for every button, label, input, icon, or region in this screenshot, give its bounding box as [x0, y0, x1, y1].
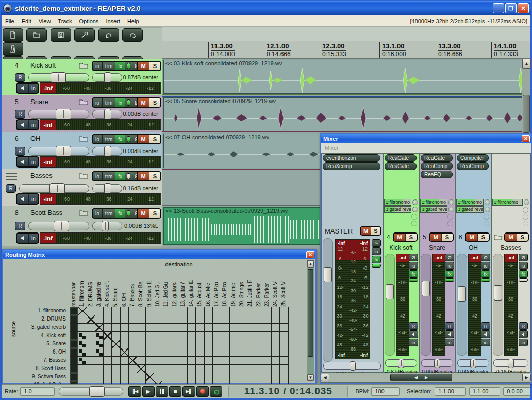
- matrix-cell[interactable]: [70, 307, 78, 315]
- input-button[interactable]: in: [29, 120, 38, 129]
- transport-position-display[interactable]: 11.3.10 / 0:14.035: [228, 386, 348, 397]
- matrix-cell[interactable]: [129, 315, 137, 324]
- matrix-cell[interactable]: [70, 340, 78, 348]
- record-arm-button[interactable]: R: [519, 322, 528, 330]
- matrix-cell[interactable]: [246, 332, 255, 340]
- folder-icon[interactable]: [79, 98, 88, 105]
- record-arm-button[interactable]: R: [15, 110, 25, 119]
- matrix-cell[interactable]: [137, 348, 145, 357]
- fx-slot[interactable]: ReaEQ: [421, 171, 453, 178]
- matrix-cell[interactable]: [280, 340, 288, 348]
- matrix-cell[interactable]: [221, 357, 229, 365]
- matrix-cell[interactable]: [238, 348, 246, 357]
- matrix-cell[interactable]: [221, 315, 229, 324]
- fx-led[interactable]: [519, 278, 528, 282]
- matrix-cell[interactable]: [263, 348, 272, 357]
- matrix-cell[interactable]: [263, 315, 272, 324]
- save-project-icon[interactable]: [51, 28, 71, 42]
- empty-send-knob[interactable]: [411, 221, 417, 226]
- matrix-cell[interactable]: [129, 373, 137, 381]
- matrix-cell[interactable]: [230, 307, 238, 315]
- matrix-cell[interactable]: [179, 315, 188, 324]
- matrix-cell[interactable]: [146, 373, 154, 381]
- solo-button[interactable]: S: [149, 62, 160, 70]
- matrix-cell[interactable]: [221, 365, 229, 373]
- record-arm-button[interactable]: R: [409, 322, 418, 330]
- matrix-cell[interactable]: [179, 324, 188, 332]
- fx-led[interactable]: [127, 63, 130, 69]
- matrix-cell[interactable]: [196, 307, 204, 315]
- matrix-cell[interactable]: [78, 332, 87, 340]
- mixer-menu[interactable]: Mixer: [321, 143, 531, 153]
- matrix-cell[interactable]: [255, 307, 263, 315]
- matrix-cell[interactable]: [213, 315, 221, 324]
- menu-item[interactable]: Help: [124, 16, 143, 26]
- matrix-cell[interactable]: [121, 348, 129, 357]
- matrix-cell[interactable]: [179, 348, 188, 357]
- matrix-cell[interactable]: [272, 348, 280, 357]
- close-icon[interactable]: ✕: [522, 135, 530, 142]
- matrix-cell[interactable]: [272, 340, 280, 348]
- matrix-cell[interactable]: [263, 365, 272, 373]
- matrix-cell[interactable]: [70, 315, 78, 324]
- empty-send-knob[interactable]: [523, 207, 528, 213]
- close-button[interactable]: ✕: [518, 3, 529, 13]
- matrix-cell[interactable]: [112, 340, 120, 348]
- stop-button[interactable]: ■: [169, 386, 181, 397]
- solo-button[interactable]: S: [149, 135, 160, 143]
- matrix-cell[interactable]: [146, 357, 154, 365]
- matrix-cell[interactable]: [238, 315, 246, 324]
- fx-led[interactable]: [127, 210, 130, 216]
- pan-fader[interactable]: [92, 147, 122, 156]
- track-name[interactable]: Scott Bass: [30, 209, 62, 216]
- record-arm-button[interactable]: R: [6, 184, 16, 193]
- matrix-cell[interactable]: [280, 373, 288, 381]
- channel-pan[interactable]: [493, 359, 528, 367]
- channel-fader[interactable]: [457, 254, 467, 356]
- matrix-cell[interactable]: [162, 307, 171, 315]
- matrix-cell[interactable]: [188, 332, 196, 340]
- matrix-cell[interactable]: [104, 373, 112, 381]
- matrix-cell[interactable]: [95, 365, 104, 373]
- matrix-cell[interactable]: [196, 357, 204, 365]
- input-button[interactable]: in: [445, 339, 454, 346]
- matrix-cell[interactable]: [230, 332, 238, 340]
- matrix-cell[interactable]: [246, 348, 255, 357]
- matrix-cell[interactable]: [78, 340, 87, 348]
- stereo-icon[interactable]: ∞: [372, 239, 381, 247]
- matrix-cell[interactable]: [112, 315, 120, 324]
- strip-name[interactable]: Basses: [492, 244, 530, 252]
- mute-button[interactable]: M: [394, 234, 405, 241]
- matrix-cell[interactable]: [137, 365, 145, 373]
- matrix-cell[interactable]: [238, 365, 246, 373]
- rate-slider[interactable]: [59, 387, 124, 396]
- play-button[interactable]: ▶: [142, 386, 155, 397]
- send-slot[interactable]: 1:filtronomo: [420, 199, 454, 206]
- matrix-cell[interactable]: [104, 307, 112, 315]
- matrix-cell[interactable]: [154, 332, 162, 340]
- matrix-cell[interactable]: [196, 324, 204, 332]
- matrix-cell[interactable]: [171, 365, 179, 373]
- arrange-vscroll-thumb[interactable]: [523, 95, 530, 133]
- matrix-cell[interactable]: [104, 324, 112, 332]
- matrix-cell[interactable]: [238, 332, 246, 340]
- empty-send-knob[interactable]: [447, 221, 453, 226]
- mixer-hscrollbar[interactable]: ◀ ◀▶ ▶: [321, 373, 531, 382]
- selection-start-field[interactable]: 1.1.00: [435, 387, 466, 396]
- track-name[interactable]: Kick soft: [30, 61, 56, 69]
- matrix-cell[interactable]: [238, 340, 246, 348]
- empty-send-knob[interactable]: [523, 221, 528, 226]
- empty-send-knob[interactable]: [523, 214, 528, 220]
- send-slot[interactable]: 1:filtronomo: [456, 199, 490, 206]
- matrix-cell[interactable]: [230, 373, 238, 381]
- redo-icon[interactable]: [122, 28, 143, 42]
- matrix-cell[interactable]: [246, 365, 255, 373]
- folder-icon[interactable]: [494, 234, 502, 240]
- matrix-cell[interactable]: [255, 332, 263, 340]
- record-button[interactable]: [196, 386, 209, 397]
- matrix-cell[interactable]: [280, 348, 288, 357]
- matrix-cell[interactable]: [280, 357, 288, 365]
- send-slot[interactable]: 3:gated reve: [456, 206, 490, 213]
- matrix-cell[interactable]: [121, 324, 129, 332]
- fx-slot[interactable]: ReaComp: [457, 162, 489, 170]
